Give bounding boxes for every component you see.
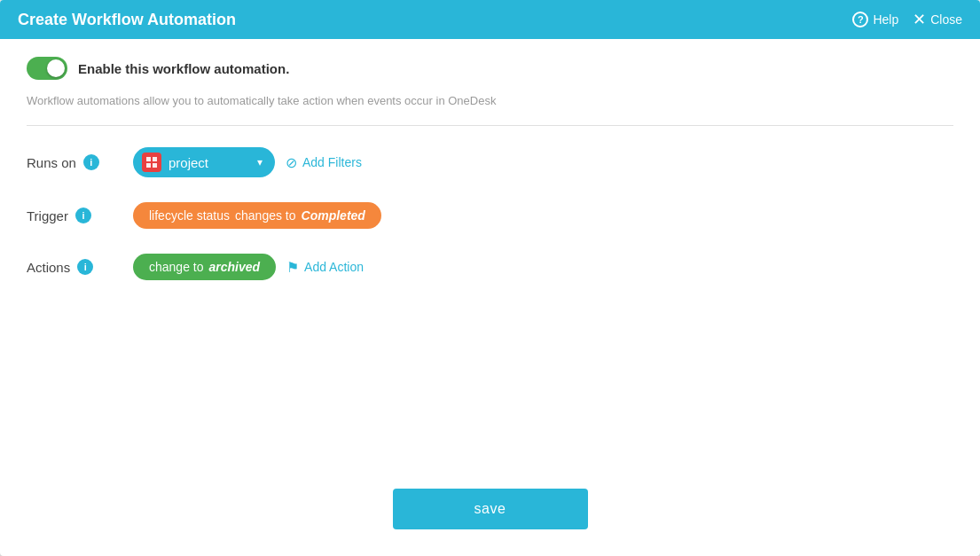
runs-on-content: project ▾ ⊘ Add Filters — [133, 147, 953, 177]
action-pill[interactable]: change to archived — [133, 254, 276, 280]
header-actions: ? Help ✕ Close — [852, 12, 962, 27]
flag-icon: ⚑ — [286, 259, 299, 276]
close-label: Close — [930, 12, 962, 27]
modal-title: Create Workflow Automation — [18, 11, 236, 29]
divider — [27, 125, 953, 126]
svg-rect-3 — [153, 163, 157, 168]
actions-row: Actions i change to archived ⚑ Add Actio… — [27, 254, 953, 280]
form-section: Runs on i project — [27, 147, 953, 457]
trigger-label-col: Trigger i — [27, 208, 133, 223]
runs-on-value: project — [169, 155, 208, 170]
action-change-text: change to — [149, 260, 204, 274]
trigger-pill[interactable]: lifecycle status changes to Completed — [133, 202, 381, 229]
save-button[interactable]: save — [393, 489, 588, 529]
trigger-completed-text: Completed — [302, 208, 365, 223]
add-filters-button[interactable]: ⊘ Add Filters — [286, 154, 362, 171]
trigger-content: lifecycle status changes to Completed — [133, 202, 953, 229]
actions-content: change to archived ⚑ Add Action — [133, 254, 953, 280]
svg-rect-0 — [146, 157, 151, 161]
project-icon — [142, 153, 161, 172]
modal-body: Enable this workflow automation. Workflo… — [0, 39, 980, 474]
trigger-changes-text: changes to — [235, 208, 296, 223]
action-archived-text: archived — [209, 260, 261, 274]
svg-rect-2 — [146, 163, 151, 168]
trigger-lifecycle-text: lifecycle status — [149, 208, 230, 223]
runs-on-row: Runs on i project — [27, 147, 953, 177]
footer: save — [0, 474, 980, 556]
trigger-info-icon[interactable]: i — [75, 208, 91, 223]
toggle-thumb — [47, 59, 65, 77]
enable-row: Enable this workflow automation. — [27, 57, 953, 80]
help-icon: ? — [852, 12, 868, 27]
modal-header: Create Workflow Automation ? Help ✕ Clos… — [0, 0, 980, 39]
runs-on-label: Runs on — [27, 155, 76, 170]
runs-on-dropdown[interactable]: project ▾ — [133, 147, 275, 177]
runs-on-info-icon[interactable]: i — [83, 154, 99, 170]
add-action-button[interactable]: ⚑ Add Action — [286, 259, 364, 276]
add-filters-label: Add Filters — [302, 155, 362, 169]
filter-icon: ⊘ — [286, 154, 297, 171]
svg-rect-1 — [153, 157, 157, 161]
subtitle-text: Workflow automations allow you to automa… — [27, 94, 953, 107]
close-button[interactable]: ✕ Close — [913, 12, 962, 27]
modal-container: Create Workflow Automation ? Help ✕ Clos… — [0, 0, 980, 556]
help-label: Help — [873, 12, 898, 27]
add-action-label: Add Action — [304, 260, 364, 274]
actions-label: Actions — [27, 260, 70, 275]
trigger-label: Trigger — [27, 208, 68, 223]
enable-toggle[interactable] — [27, 57, 67, 80]
runs-on-label-col: Runs on i — [27, 154, 133, 170]
actions-label-col: Actions i — [27, 259, 133, 275]
close-icon: ✕ — [913, 12, 926, 27]
enable-label: Enable this workflow automation. — [78, 61, 289, 76]
trigger-row: Trigger i lifecycle status changes to Co… — [27, 202, 953, 229]
toggle-track — [27, 57, 67, 80]
chevron-down-icon: ▾ — [257, 156, 263, 168]
help-button[interactable]: ? Help — [852, 12, 898, 27]
actions-info-icon[interactable]: i — [77, 259, 93, 275]
